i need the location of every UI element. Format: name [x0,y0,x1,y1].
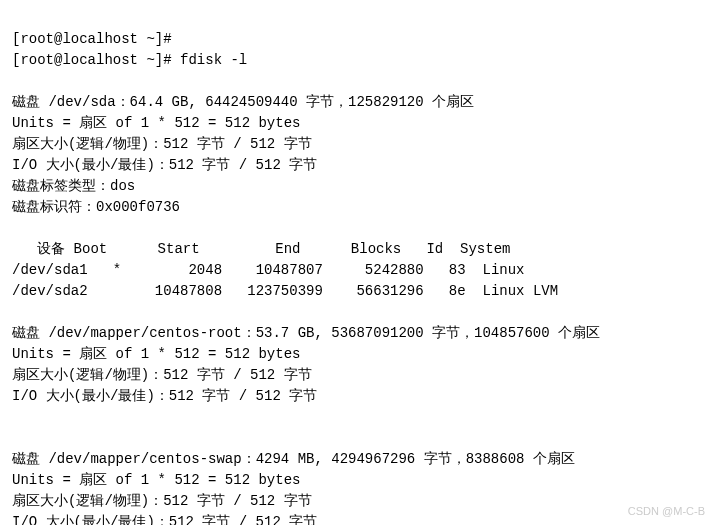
disk-root-io: I/O 大小(最小/最佳)：512 字节 / 512 字节 [12,388,317,404]
disk-swap-header: 磁盘 /dev/mapper/centos-swap：4294 MB, 4294… [12,451,575,467]
disk-sda-id: 磁盘标识符：0x000f0736 [12,199,180,215]
disk-sda-sector: 扇区大小(逻辑/物理)：512 字节 / 512 字节 [12,136,312,152]
disk-sda-header: 磁盘 /dev/sda：64.4 GB, 64424509440 字节，1258… [12,94,474,110]
watermark: CSDN @M-C-B [628,503,705,520]
partition-sda1: /dev/sda1 * 2048 10487807 5242880 83 Lin… [12,262,524,278]
disk-root-sector: 扇区大小(逻辑/物理)：512 字节 / 512 字节 [12,367,312,383]
prompt-line-cmd: [root@localhost ~]# fdisk -l [12,52,247,68]
disk-swap-io: I/O 大小(最小/最佳)：512 字节 / 512 字节 [12,514,317,525]
disk-sda-units: Units = 扇区 of 1 * 512 = 512 bytes [12,115,300,131]
partition-sda2: /dev/sda2 10487808 123750399 56631296 8e… [12,283,558,299]
disk-swap-sector: 扇区大小(逻辑/物理)：512 字节 / 512 字节 [12,493,312,509]
disk-swap-units: Units = 扇区 of 1 * 512 = 512 bytes [12,472,300,488]
disk-root-units: Units = 扇区 of 1 * 512 = 512 bytes [12,346,300,362]
disk-sda-label: 磁盘标签类型：dos [12,178,135,194]
disk-sda-io: I/O 大小(最小/最佳)：512 字节 / 512 字节 [12,157,317,173]
partition-header: 设备 Boot Start End Blocks Id System [12,241,510,257]
disk-root-header: 磁盘 /dev/mapper/centos-root：53.7 GB, 5368… [12,325,600,341]
prompt-line-empty: [root@localhost ~]# [12,31,172,47]
